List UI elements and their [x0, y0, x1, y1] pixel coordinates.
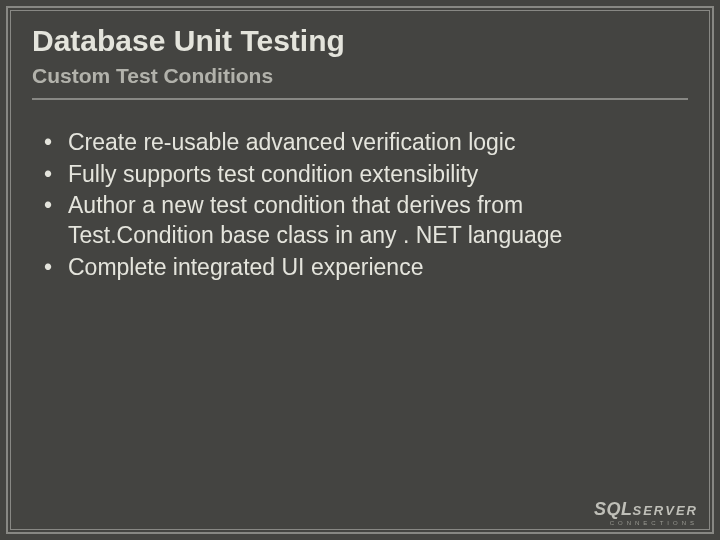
bullet-list: Create re-usable advanced verification l…	[38, 128, 688, 283]
logo-server-text: SERVER	[633, 503, 698, 518]
slide: Database Unit Testing Custom Test Condit…	[0, 0, 720, 540]
bullet-item: Author a new test condition that derives…	[68, 191, 668, 251]
bullet-item: Fully supports test condition extensibil…	[68, 160, 668, 190]
slide-content: Database Unit Testing Custom Test Condit…	[10, 10, 710, 530]
logo-sql-text: SQL	[594, 499, 633, 519]
logo-main: SQLSERVER	[594, 500, 698, 518]
bullet-item: Complete integrated UI experience	[68, 253, 668, 283]
logo-sub-text: CONNECTIONS	[594, 520, 698, 526]
divider	[32, 98, 688, 100]
sql-server-logo: SQLSERVER CONNECTIONS	[594, 500, 698, 526]
slide-subtitle: Custom Test Conditions	[32, 63, 688, 88]
slide-title: Database Unit Testing	[32, 24, 688, 59]
bullet-item: Create re-usable advanced verification l…	[68, 128, 668, 158]
